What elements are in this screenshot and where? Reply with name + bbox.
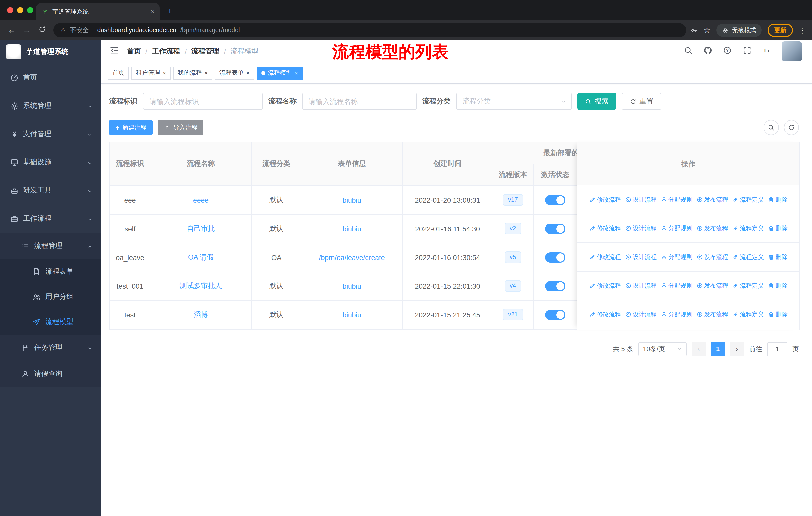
sidebar-item-user-group[interactable]: 用户分组: [0, 284, 101, 309]
refresh-table-button[interactable]: [784, 120, 799, 135]
browser-menu-icon[interactable]: ⋮: [799, 26, 806, 34]
action-delete-link[interactable]: 删除: [768, 281, 788, 290]
window-zoom-button[interactable]: [27, 7, 33, 13]
tag-process-form[interactable]: 流程表单×: [215, 66, 254, 79]
sidebar-item-system[interactable]: 系统管理: [0, 92, 101, 120]
create-process-button[interactable]: + 新建流程: [109, 120, 152, 135]
process-key-input[interactable]: [143, 93, 263, 110]
browser-tab[interactable]: 芋道管理系统 ×: [36, 3, 160, 20]
form-info-link[interactable]: biubiu: [343, 196, 361, 204]
active-toggle[interactable]: [545, 223, 565, 234]
action-publish-link[interactable]: 发布流程: [696, 310, 728, 319]
active-toggle[interactable]: [545, 195, 565, 205]
form-info-link[interactable]: /bpm/oa/leave/create: [319, 253, 385, 261]
action-assign-rule-link[interactable]: 分配规则: [661, 224, 692, 233]
action-publish-link[interactable]: 发布流程: [696, 281, 728, 290]
breadcrumb-item[interactable]: 首页: [127, 47, 141, 56]
address-bar[interactable]: ⚠ 不安全 dashboard.yudao.iocoder.cn /bpm/ma…: [53, 23, 686, 37]
next-page-button[interactable]: ›: [730, 342, 744, 356]
action-design-link[interactable]: 设计流程: [625, 310, 657, 319]
breadcrumb-item[interactable]: 工作流程: [152, 47, 180, 56]
sidebar-item-infrastructure[interactable]: 基础设施: [0, 148, 101, 176]
import-process-button[interactable]: 导入流程: [157, 120, 203, 135]
search-button[interactable]: [684, 46, 693, 57]
tag-close-icon[interactable]: ×: [163, 70, 166, 76]
help-button[interactable]: [723, 46, 732, 57]
sidebar-item-home[interactable]: 首页: [0, 63, 101, 92]
action-definition-link[interactable]: 流程定义: [732, 281, 764, 290]
action-design-link[interactable]: 设计流程: [625, 195, 657, 204]
action-delete-link[interactable]: 删除: [768, 195, 788, 204]
process-name-link[interactable]: 自己审批: [187, 224, 215, 232]
search-button[interactable]: 搜索: [577, 93, 616, 110]
page-size-select[interactable]: 10条/页: [638, 342, 687, 356]
new-tab-button[interactable]: +: [167, 4, 173, 18]
form-info-link[interactable]: biubiu: [343, 224, 361, 233]
window-minimize-button[interactable]: [17, 7, 23, 13]
action-publish-link[interactable]: 发布流程: [696, 253, 728, 261]
process-name-link[interactable]: 滔博: [194, 310, 208, 318]
password-key-icon[interactable]: [690, 26, 697, 34]
action-definition-link[interactable]: 流程定义: [732, 310, 764, 319]
sidebar-item-task-management[interactable]: 任务管理: [0, 334, 101, 361]
action-modify-link[interactable]: 修改流程: [589, 281, 621, 290]
sidebar-fold-icon[interactable]: [109, 45, 119, 57]
bookmark-star-icon[interactable]: ☆: [703, 26, 710, 35]
sidebar-item-workflow[interactable]: 工作流程: [0, 205, 101, 233]
font-size-button[interactable]: [762, 46, 771, 57]
back-button[interactable]: ←: [4, 26, 19, 35]
reload-button[interactable]: [34, 25, 49, 35]
tag-close-icon[interactable]: ×: [246, 70, 250, 76]
fullscreen-button[interactable]: [743, 46, 752, 57]
tag-close-icon[interactable]: ×: [204, 70, 208, 76]
action-publish-link[interactable]: 发布流程: [696, 195, 728, 204]
reset-button[interactable]: 重置: [622, 93, 662, 110]
forward-button[interactable]: →: [19, 26, 34, 35]
action-assign-rule-link[interactable]: 分配规则: [661, 253, 692, 261]
process-name-input[interactable]: [302, 93, 417, 110]
tag-close-icon[interactable]: ×: [294, 70, 298, 76]
action-publish-link[interactable]: 发布流程: [696, 224, 728, 233]
sidebar-item-process-management[interactable]: 流程管理: [0, 233, 101, 259]
category-select[interactable]: 流程分类: [456, 93, 572, 110]
window-close-button[interactable]: [7, 7, 13, 13]
sidebar-item-process-model[interactable]: 流程模型: [0, 309, 101, 334]
action-design-link[interactable]: 设计流程: [625, 281, 657, 290]
breadcrumb-item[interactable]: 流程管理: [191, 47, 220, 56]
action-modify-link[interactable]: 修改流程: [589, 310, 621, 319]
action-design-link[interactable]: 设计流程: [625, 253, 657, 261]
action-definition-link[interactable]: 流程定义: [732, 253, 764, 261]
page-button-1[interactable]: 1: [711, 342, 725, 356]
action-design-link[interactable]: 设计流程: [625, 224, 657, 233]
action-assign-rule-link[interactable]: 分配规则: [661, 195, 692, 204]
action-modify-link[interactable]: 修改流程: [589, 253, 621, 261]
active-toggle[interactable]: [545, 281, 565, 291]
github-button[interactable]: [703, 46, 712, 57]
process-name-link[interactable]: 测试多审批人: [180, 281, 222, 290]
sidebar-item-leave-query[interactable]: 请假查询: [0, 361, 101, 387]
form-info-link[interactable]: biubiu: [343, 282, 361, 290]
tag-process-model[interactable]: 流程模型×: [257, 66, 302, 79]
action-modify-link[interactable]: 修改流程: [589, 224, 621, 233]
action-definition-link[interactable]: 流程定义: [732, 195, 764, 204]
user-avatar[interactable]: [782, 41, 802, 61]
tag-home[interactable]: 首页: [108, 66, 129, 79]
process-name-link[interactable]: OA 请假: [188, 253, 214, 261]
action-delete-link[interactable]: 删除: [768, 253, 788, 261]
goto-page-input[interactable]: [767, 342, 787, 356]
form-info-link[interactable]: biubiu: [343, 311, 361, 319]
action-delete-link[interactable]: 删除: [768, 310, 788, 319]
prev-page-button[interactable]: ‹: [692, 342, 706, 356]
action-assign-rule-link[interactable]: 分配规则: [661, 281, 692, 290]
process-name-link[interactable]: eeee: [193, 196, 209, 204]
active-toggle[interactable]: [545, 310, 565, 320]
browser-update-button[interactable]: 更新: [768, 24, 793, 37]
tag-tenant-management[interactable]: 租户管理×: [132, 66, 171, 79]
toggle-search-button[interactable]: [764, 120, 779, 135]
sidebar-item-payment[interactable]: 支付管理: [0, 120, 101, 148]
tab-close-icon[interactable]: ×: [150, 7, 154, 16]
sidebar-item-dev-tools[interactable]: 研发工具: [0, 176, 101, 205]
active-toggle[interactable]: [545, 252, 565, 262]
action-modify-link[interactable]: 修改流程: [589, 195, 621, 204]
tag-my-process[interactable]: 我的流程×: [173, 66, 212, 79]
